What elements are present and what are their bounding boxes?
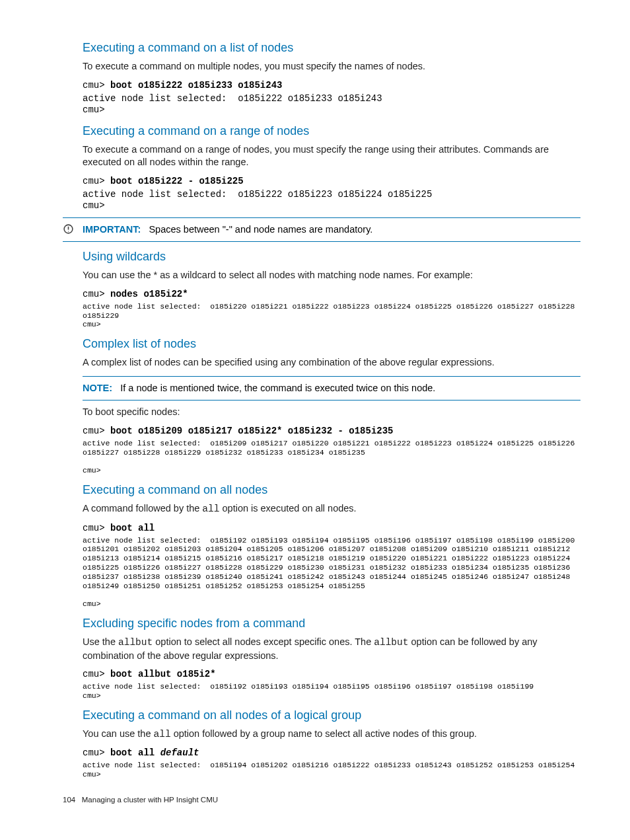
heading-excluding: Excluding specific nodes from a command [83,617,580,630]
svg-point-2 [68,231,69,231]
output: active node list selected: o185i209 o185… [83,439,580,475]
heading-complex: Complex list of nodes [83,337,580,351]
heading-all-nodes: Executing a command on all nodes [83,483,580,497]
heading-logical-group: Executing a command on all nodes of a lo… [83,708,580,722]
callout-label: IMPORTANT: [83,224,141,235]
cmd-line: cmu> boot o185i222 o185i233 o185i243 [83,80,580,91]
callout-text: Spaces between "-" and node names are ma… [149,224,372,235]
para: Use the allbut option to select all node… [83,636,580,662]
para: You can use the all option followed by a… [83,728,580,742]
heading-wildcards: Using wildcards [83,250,580,264]
para: A command followed by the all option is … [83,502,580,516]
chapter-title: Managing a cluster with HP Insight CMU [82,796,218,804]
cmd-line: cmu> boot allbut o185i2* [83,669,580,679]
page-number: 104 [63,796,75,804]
cmd-line: cmu> boot o185i222 - o185i225 [83,176,580,186]
para: You can use the * as a wildcard to selec… [83,269,580,282]
cmd-line: cmu> boot all default [83,747,580,758]
para: To execute a command on multiple nodes, … [83,60,580,73]
callout-text: If a node is mentioned twice, the comman… [120,383,435,393]
callout-important: IMPORTANT: Spaces between "-" and node n… [63,217,580,243]
page-footer: 104 Managing a cluster with HP Insight C… [63,796,580,804]
output: active node list selected: o185i192 o185… [83,682,580,701]
heading-list-of-nodes: Executing a command on a list of nodes [83,41,580,55]
callout-note: NOTE: If a node is mentioned twice, the … [83,376,580,401]
para: To execute a command on a range of nodes… [83,143,580,169]
cmd-line: cmu> nodes o185i22* [83,289,580,299]
important-icon [63,222,83,237]
callout-label: NOTE: [83,383,112,393]
output: active node list selected: o185i222 o185… [83,189,580,212]
output: active node list selected: o185i194 o185… [83,761,580,779]
output: active node list selected: o185i220 o185… [83,302,580,329]
cmd-line: cmu> boot o185i209 o185i217 o185i22* o18… [83,426,580,436]
para: To boot specific nodes: [83,406,580,419]
cmd-line: cmu> boot all [83,523,580,533]
output: active node list selected: o185i222 o185… [83,93,580,116]
heading-range-of-nodes: Executing a command on a range of nodes [83,124,580,138]
para: A complex list of nodes can be specified… [83,356,580,369]
output: active node list selected: o185i192 o185… [83,536,580,609]
